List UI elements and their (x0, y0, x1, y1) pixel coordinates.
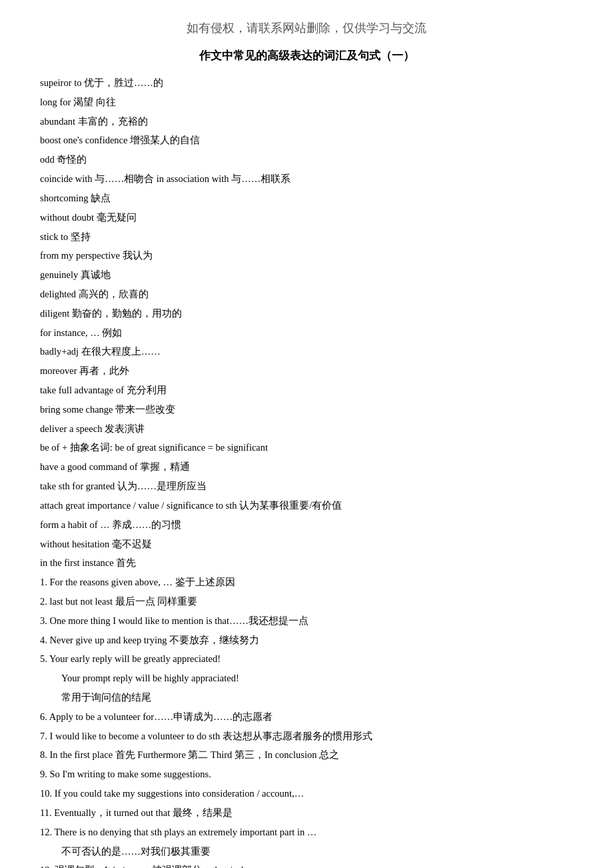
watermark: 如有侵权，请联系网站删除，仅供学习与交流 (40, 20, 573, 36)
content-line: 6. Apply to be a volunteer for……申请成为……的志… (40, 708, 573, 726)
content-line: coincide with 与……相吻合 in association with… (40, 170, 573, 188)
content-line: delighted 高兴的，欣喜的 (40, 285, 573, 303)
content-line: 4. Never give up and keep trying 不要放弃，继续… (40, 631, 573, 649)
content-line: in the first instance 首先 (40, 554, 573, 572)
content-line: 12. There is no denying that sth plays a… (40, 823, 573, 841)
content-line: have a good command of 掌握，精通 (40, 458, 573, 476)
content-line: Your prompt reply will be highly appraci… (40, 669, 573, 687)
content-line: moreover 再者，此外 (40, 362, 573, 380)
content-line: boost one's confidence 增强某人的自信 (40, 131, 573, 149)
content-line: deliver a speech 发表演讲 (40, 420, 573, 438)
content-line: be of + 抽象名词: be of great significance =… (40, 439, 573, 457)
content-line: 11. Eventually，it turned out that 最终，结果是 (40, 804, 573, 822)
content-line: 10. If you could take my suggestions int… (40, 785, 573, 803)
content-line: 5. Your early reply will be greatly appr… (40, 650, 573, 668)
content-line: from my perspective 我认为 (40, 247, 573, 265)
content-line: take full advantage of 充分利用 (40, 381, 573, 399)
content-line: badly+adj 在很大程度上…… (40, 343, 573, 361)
content-line: odd 奇怪的 (40, 151, 573, 169)
content-line: long for 渴望 向往 (40, 93, 573, 111)
content-line: 3. One more thing I would like to mentio… (40, 612, 573, 630)
content-line: 2. last but not least 最后一点 同样重要 (40, 593, 573, 611)
content-line: 不可否认的是……对我们极其重要 (40, 843, 573, 861)
content-line: diligent 勤奋的，勤勉的，用功的 (40, 305, 573, 323)
content-line: 13. 强调句型：It is / was + 被强调部分 + that / wh… (40, 861, 573, 868)
content-area: supeiror to 优于，胜过……的long for 渴望 向往abunda… (40, 74, 573, 868)
content-line: shortcoming 缺点 (40, 189, 573, 207)
content-line: without hesitation 毫不迟疑 (40, 535, 573, 553)
content-line: without doubt 毫无疑问 (40, 209, 573, 227)
content-line: take sth for granted 认为……是理所应当 (40, 477, 573, 495)
content-line: 8. In the first place 首先 Furthermore 第二 … (40, 746, 573, 764)
content-line: form a habit of … 养成……的习惯 (40, 516, 573, 534)
content-line: 9. So I'm writing to make some suggestio… (40, 765, 573, 783)
content-line: stick to 坚持 (40, 228, 573, 246)
content-line: 常用于询问信的结尾 (40, 689, 573, 707)
main-title: 作文中常见的高级表达的词汇及句式（一） (40, 48, 573, 63)
content-line: bring some change 带来一些改变 (40, 401, 573, 419)
content-line: attach great importance / value / signif… (40, 497, 573, 515)
content-line: abundant 丰富的，充裕的 (40, 113, 573, 131)
content-line: supeiror to 优于，胜过……的 (40, 74, 573, 92)
content-line: for instance, … 例如 (40, 324, 573, 342)
content-line: 1. For the reasons given above, … 鉴于上述原因 (40, 573, 573, 591)
content-line: 7. I would like to become a volunteer to… (40, 727, 573, 745)
content-line: genuinely 真诚地 (40, 266, 573, 284)
